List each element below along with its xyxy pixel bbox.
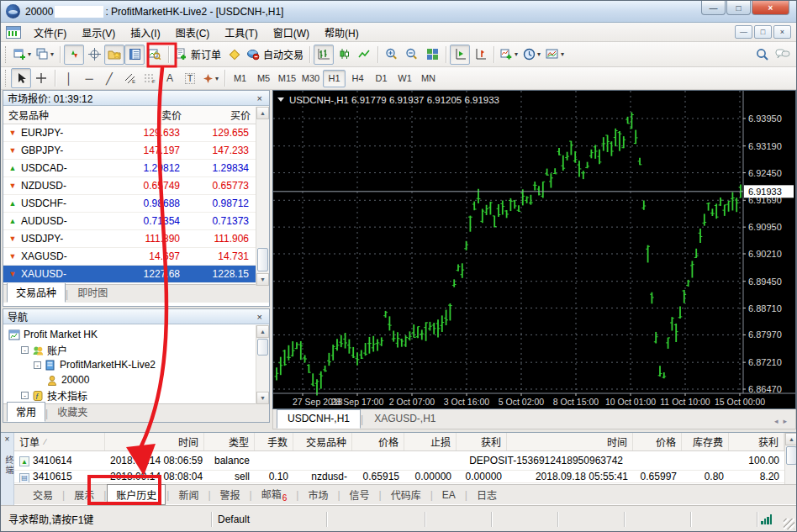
autoscroll-button[interactable] xyxy=(450,45,470,65)
tree-item-0[interactable]: Profit Market HK xyxy=(7,327,269,342)
chart-tab-1[interactable]: XAGUSD-,H1 xyxy=(363,409,446,429)
toolbar-grip[interactable] xyxy=(5,46,8,63)
tree-item-3[interactable]: 20000 xyxy=(7,372,269,387)
window-maximize-button[interactable]: □ xyxy=(726,1,751,15)
market-watch-scrollbar[interactable]: ▲ ▼ xyxy=(256,107,269,286)
timeframe-button-d1[interactable]: D1 xyxy=(370,70,393,87)
history-column-3[interactable]: 手数 xyxy=(255,433,293,450)
terminal-tab-3[interactable]: 新闻 xyxy=(170,485,207,504)
market-watch-header[interactable]: 市场报价: 01:39:12 × xyxy=(3,91,269,106)
terminal-scrollbar[interactable]: ▲ xyxy=(784,433,797,484)
mdi-restore-button[interactable]: □ xyxy=(754,25,772,39)
price-chart[interactable]: 6.939506.931906.924506.916906.909506.902… xyxy=(273,91,795,408)
terminal-tab-4[interactable]: 警报 xyxy=(212,485,249,504)
resize-grip[interactable] xyxy=(784,519,794,529)
vertical-line-button[interactable]: │ xyxy=(59,68,79,88)
market-watch-row[interactable]: ▼EURJPY-129.633129.655 xyxy=(3,124,269,142)
terminal-tab-7[interactable]: 信号 xyxy=(341,485,378,504)
timeframe-button-m1[interactable]: M1 xyxy=(229,70,251,87)
scrollbar-thumb[interactable] xyxy=(257,248,268,271)
market-watch-toggle-button[interactable] xyxy=(64,45,84,65)
chart-bars-button[interactable] xyxy=(314,45,334,65)
history-column-11[interactable]: 获利 xyxy=(729,433,784,450)
channel-button[interactable]: E xyxy=(119,68,140,88)
new-order-button[interactable]: 新订单 xyxy=(172,45,224,65)
history-column-5[interactable]: 价格 xyxy=(352,433,404,450)
navigator-scrollbar[interactable]: ▲ ▼ xyxy=(256,325,269,404)
menu-item-1[interactable]: 显示(V) xyxy=(74,23,123,42)
scroll-down-icon[interactable]: ▼ xyxy=(256,273,269,286)
terminal-toggle-button[interactable] xyxy=(124,45,145,65)
history-column-2[interactable]: 类型 xyxy=(204,433,255,450)
cursor-button[interactable] xyxy=(11,68,31,88)
terminal-tab-5[interactable]: 邮箱6 xyxy=(253,484,296,505)
history-row[interactable]: ▤34106152018.09.14 08:08:04sell0.10nzdus… xyxy=(14,471,784,483)
scroll-down-icon[interactable]: ▼ xyxy=(256,392,269,404)
timeframe-button-h4[interactable]: H4 xyxy=(346,70,369,87)
tree-expander-icon[interactable]: - xyxy=(21,392,29,399)
navigator-tab-0[interactable]: 常用 xyxy=(7,402,45,422)
timeframe-button-w1[interactable]: W1 xyxy=(393,70,416,87)
history-column-4[interactable]: 交易品种 xyxy=(293,433,352,450)
market-watch-tab-0[interactable]: 交易品种 xyxy=(7,282,66,303)
status-profile[interactable]: Default xyxy=(212,511,326,528)
timeframe-button-h1[interactable]: H1 xyxy=(323,70,346,87)
history-column-9[interactable]: 价格 xyxy=(633,433,682,450)
arrows-button[interactable]: ▾ xyxy=(200,68,221,88)
close-icon[interactable]: × xyxy=(255,312,265,322)
menu-item-3[interactable]: 图表(C) xyxy=(168,23,218,42)
text-button[interactable]: A xyxy=(160,68,180,88)
timeframe-button-m15[interactable]: M15 xyxy=(276,70,298,87)
toolbar-grip[interactable] xyxy=(5,70,8,87)
scrollbar-thumb[interactable] xyxy=(786,446,797,465)
crosshair-mode-button[interactable] xyxy=(31,68,51,88)
chat-button[interactable] xyxy=(773,45,793,65)
history-column-8[interactable]: 时间 xyxy=(507,433,633,450)
tree-item-4[interactable]: -f技术指标 xyxy=(7,387,269,403)
search-button[interactable] xyxy=(752,45,773,65)
navigator-header[interactable]: 导航 × xyxy=(3,309,269,324)
timeframe-button-m5[interactable]: M5 xyxy=(252,70,275,87)
scroll-left-icon[interactable]: ◂ xyxy=(774,417,779,425)
terminal-tab-0[interactable]: 交易 xyxy=(24,485,61,504)
history-column-1[interactable]: 时间 xyxy=(105,433,204,450)
chart-candles-button[interactable] xyxy=(334,45,354,65)
fibonacci-button[interactable]: F xyxy=(140,68,160,88)
tile-windows-button[interactable] xyxy=(422,45,442,65)
indicators-button[interactable]: ▾ xyxy=(498,45,520,65)
market-watch-row[interactable]: ▼NZDUSD-0.657490.65773 xyxy=(3,177,269,195)
terminal-tab-9[interactable]: EA xyxy=(434,487,464,503)
history-column-6[interactable]: 止损 xyxy=(404,433,457,450)
periods-button[interactable]: ▾ xyxy=(520,45,543,65)
terminal-tab-6[interactable]: 市场 xyxy=(299,485,336,504)
scroll-right-icon[interactable]: ▸ xyxy=(783,417,787,425)
market-watch-row[interactable]: ▼USDJPY-111.890111.906 xyxy=(3,230,269,248)
zoom-out-button[interactable] xyxy=(402,45,422,65)
close-icon[interactable]: × xyxy=(255,93,265,103)
history-column-7[interactable]: 获利 xyxy=(457,433,507,450)
chart-system-menu-icon[interactable] xyxy=(6,26,21,39)
tree-item-2[interactable]: -ProfitMarketHK-Live2 xyxy=(7,357,269,372)
market-watch-row[interactable]: ▲USDCAD-1.298121.29834 xyxy=(3,160,269,177)
metaeditor-button[interactable] xyxy=(224,45,244,65)
history-column-0[interactable]: 订单∕ xyxy=(14,433,105,450)
profiles-button[interactable]: ▾ xyxy=(34,45,56,65)
timeframe-button-mn[interactable]: MN xyxy=(417,70,440,87)
menu-item-6[interactable]: 帮助(H) xyxy=(317,23,367,42)
column-bid[interactable]: 卖价 xyxy=(117,108,187,122)
tree-expander-icon[interactable]: - xyxy=(21,346,29,354)
terminal-tab-2[interactable]: 账户历史 xyxy=(107,484,166,505)
new-chart-button[interactable]: ▾ xyxy=(11,45,34,65)
terminal-tab-8[interactable]: 代码库 xyxy=(383,485,430,504)
chart-tab-0[interactable]: USDCNH-,H1 xyxy=(277,409,361,429)
strategy-tester-button[interactable] xyxy=(145,45,165,65)
market-watch-row[interactable]: ▼XAUUSD-1227.681228.15 xyxy=(3,266,269,283)
column-ask[interactable]: 买价 xyxy=(187,108,256,122)
trendline-button[interactable]: ╱ xyxy=(99,68,119,88)
history-row[interactable]: ▲34106142018.09.14 08:06:59balanceDEPOSI… xyxy=(14,451,784,471)
menu-item-5[interactable]: 窗口(W) xyxy=(266,23,317,42)
zoom-in-button[interactable] xyxy=(382,45,402,65)
text-label-button[interactable]: T xyxy=(180,68,200,88)
scroll-up-icon[interactable]: ▲ xyxy=(256,107,269,119)
navigator-toggle-button[interactable] xyxy=(104,45,124,65)
